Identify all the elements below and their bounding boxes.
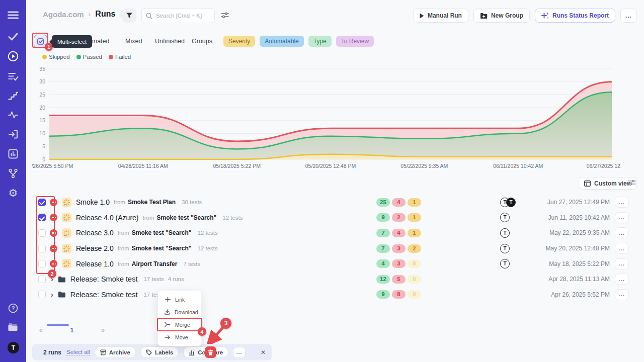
- result-badges: 9 2 1: [376, 213, 421, 222]
- row-more-button[interactable]: ...: [615, 243, 629, 254]
- svg-text:0: 0: [42, 156, 45, 162]
- table-view-icon: [584, 180, 591, 187]
- pagination-prev-button[interactable]: «: [39, 327, 43, 334]
- svg-text:30: 30: [39, 78, 45, 84]
- run-source: Smoke test "Search": [132, 229, 192, 236]
- reports-chart-icon[interactable]: [7, 148, 19, 160]
- filter-chip-to-review[interactable]: To Review: [336, 36, 374, 47]
- context-menu-label: Download: [175, 309, 198, 315]
- header-more-button[interactable]: ...: [620, 9, 637, 23]
- play-icon: [420, 13, 424, 19]
- runs-play-icon[interactable]: [7, 50, 19, 62]
- run-row[interactable]: › Release 3.0 from Smoke test "Search" 1…: [32, 225, 636, 241]
- row-checkbox[interactable]: [38, 229, 46, 237]
- row-checkbox[interactable]: [38, 260, 46, 267]
- labels-button[interactable]: Labels: [140, 346, 179, 358]
- row-checkbox[interactable]: [38, 245, 46, 252]
- breadcrumb-project[interactable]: Agoda.com: [43, 10, 84, 19]
- row-checkbox[interactable]: [38, 214, 46, 221]
- run-row[interactable]: › Release 1.0 from Airport Transfer 7 te…: [32, 256, 636, 272]
- row-more-button[interactable]: ...: [615, 258, 629, 269]
- run-date: Apr 26, 2025 5:52 PM: [551, 291, 610, 298]
- group-runs-count: 4 runs: [168, 276, 184, 282]
- row-checkbox[interactable]: [38, 199, 46, 206]
- pagination-page-1[interactable]: 1: [70, 327, 74, 334]
- run-row[interactable]: › Release 4.0 (Azure) from Smoke test "S…: [32, 210, 636, 226]
- run-row[interactable]: › Release 2.0 from Smoke test "Search" 1…: [32, 241, 636, 256]
- pulse-activity-icon[interactable]: [7, 109, 19, 121]
- row-more-button[interactable]: ...: [615, 227, 629, 238]
- search-icon: [146, 12, 152, 21]
- breadcrumb: Agoda.com › Runs 16: [43, 0, 133, 28]
- context-menu-item-move[interactable]: Move: [158, 331, 201, 343]
- select-all-link[interactable]: Select all: [66, 349, 90, 355]
- context-menu-item-download[interactable]: Download: [158, 306, 201, 318]
- assignee-avatars: T T: [500, 198, 516, 207]
- tag-icon: [146, 349, 152, 355]
- svg-text:20: 20: [39, 105, 45, 111]
- tab-groups[interactable]: Groups: [192, 38, 212, 45]
- action-bar-more-button[interactable]: ...: [233, 347, 246, 358]
- context-menu-item-link[interactable]: Link: [158, 293, 201, 306]
- annotation-step-3: 3: [220, 318, 231, 329]
- filter-chip-automatable[interactable]: Automatable: [260, 36, 303, 47]
- filter-chip-type[interactable]: Type: [308, 36, 332, 47]
- checkbox-checked-icon: [37, 38, 44, 45]
- branches-icon[interactable]: [7, 167, 19, 179]
- run-row[interactable]: › Release: Smoke test 17 tests 7 runs 9 …: [32, 287, 636, 303]
- run-tests-count: 30 tests: [182, 199, 202, 205]
- header-actions: Manual Run New Group Runs Status Report …: [413, 9, 637, 23]
- row-more-button[interactable]: ...: [615, 212, 629, 223]
- sidebar: ⚙ ? T: [0, 0, 26, 362]
- svg-text:10: 10: [39, 130, 45, 136]
- workspace-logo[interactable]: T: [8, 342, 19, 353]
- row-checkbox[interactable]: [38, 276, 46, 283]
- chevron-right-icon[interactable]: ›: [51, 291, 53, 299]
- passed-badge: 4: [376, 259, 390, 268]
- remove-run-icon[interactable]: [50, 245, 57, 252]
- manual-run-button[interactable]: Manual Run: [413, 9, 468, 23]
- row-more-button[interactable]: ...: [615, 274, 629, 285]
- context-menu-item-merge[interactable]: Merge4: [158, 318, 201, 331]
- run-from-label: from: [118, 261, 129, 267]
- pagination-next-button[interactable]: »: [101, 327, 105, 334]
- run-row[interactable]: › Smoke 1.0 from Smoke Test Plan 30 test…: [32, 195, 636, 210]
- row-more-button[interactable]: ...: [615, 197, 629, 208]
- tab-mixed[interactable]: Mixed: [125, 38, 142, 45]
- tests-check-icon[interactable]: [7, 31, 19, 43]
- archive-button[interactable]: Archive: [95, 346, 136, 358]
- run-date: May 22, 2025 9:35 AM: [549, 229, 610, 236]
- chevron-right-icon[interactable]: ›: [51, 275, 53, 283]
- multi-select-button[interactable]: [34, 35, 47, 48]
- tab-unfinished[interactable]: Unfinished: [155, 38, 185, 45]
- run-source: Smoke test "Search": [157, 214, 217, 221]
- filter-funnel-button[interactable]: [122, 9, 136, 23]
- view-adjustments-icon[interactable]: [628, 179, 636, 188]
- settings-gear-icon[interactable]: ⚙: [7, 187, 19, 199]
- run-row[interactable]: › Release: Smoke test 17 tests 4 runs 12…: [32, 272, 636, 287]
- svg-text:?: ?: [12, 305, 15, 311]
- close-action-bar-button[interactable]: ✕: [261, 349, 266, 356]
- remove-run-icon[interactable]: [50, 229, 57, 237]
- test-plans-icon[interactable]: [7, 70, 19, 82]
- run-title: Release 1.0: [76, 260, 114, 268]
- remove-run-icon[interactable]: [50, 214, 57, 221]
- runs-status-report-button[interactable]: Runs Status Report: [535, 9, 615, 23]
- assignee-avatars: T T: [500, 228, 510, 238]
- run-title: Release: Smoke test: [70, 275, 138, 283]
- import-icon[interactable]: [7, 128, 19, 140]
- remove-run-icon[interactable]: [50, 260, 57, 267]
- projects-folders-icon[interactable]: [7, 321, 19, 333]
- assignee-avatars: T T: [500, 244, 510, 253]
- avatar: T: [500, 259, 510, 268]
- svg-text:05/18/2025 5:22 PM: 05/18/2025 5:22 PM: [213, 163, 261, 169]
- row-more-button[interactable]: ...: [615, 289, 629, 300]
- new-group-button[interactable]: New Group: [473, 9, 530, 23]
- adjustments-icon[interactable]: [221, 12, 229, 21]
- row-checkbox[interactable]: [38, 291, 46, 298]
- menu-icon[interactable]: [7, 9, 19, 21]
- milestones-steps-icon[interactable]: [7, 89, 19, 102]
- filter-chip-severity[interactable]: Severity: [223, 36, 255, 47]
- remove-run-icon[interactable]: [50, 199, 57, 206]
- help-icon[interactable]: ?: [7, 302, 19, 314]
